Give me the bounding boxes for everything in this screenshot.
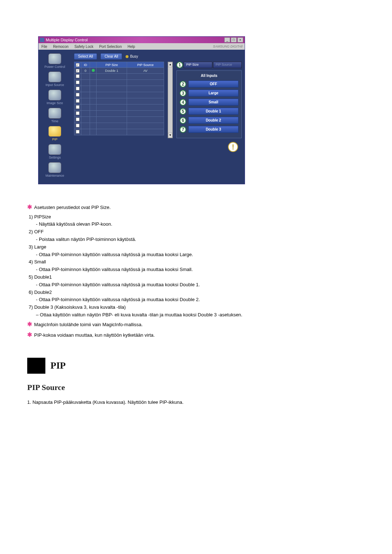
status-dot-icon bbox=[92, 69, 95, 72]
callout-badge: 2 bbox=[180, 81, 186, 87]
table-row[interactable] bbox=[74, 86, 164, 92]
input-source-icon bbox=[48, 71, 61, 82]
callout-badge-1: 1 bbox=[176, 62, 183, 68]
app-window: Multiple Display Control _ □ × File Remo… bbox=[38, 36, 245, 184]
clear-all-button[interactable]: Clear All bbox=[101, 53, 122, 59]
sidebar-item-image-size[interactable]: Image Size bbox=[40, 90, 70, 105]
row-checkbox[interactable] bbox=[76, 130, 79, 134]
settings-icon bbox=[48, 144, 61, 155]
document-text: ✱Asetusten perustiedot ovat PIP Size. 1)… bbox=[27, 202, 365, 406]
display-table: ID PIP Size PIP Source 0 Double 1 AV bbox=[74, 62, 164, 138]
close-button[interactable]: × bbox=[237, 37, 243, 42]
titlebar: Multiple Display Control _ □ × bbox=[38, 37, 245, 43]
star-icon: ✱ bbox=[27, 332, 32, 338]
row-checkbox[interactable] bbox=[76, 69, 79, 73]
scroll-track[interactable] bbox=[168, 67, 172, 133]
row-checkbox[interactable] bbox=[76, 111, 79, 115]
col-id: ID bbox=[81, 62, 90, 68]
option-off-button[interactable]: OFF bbox=[188, 81, 238, 87]
tab-pip-source[interactable]: PIP Source bbox=[213, 62, 242, 68]
time-icon bbox=[48, 108, 61, 119]
row-checkbox[interactable] bbox=[76, 93, 79, 97]
sidebar: Power Control Input Source Image Size Ti… bbox=[38, 50, 71, 184]
sidebar-item-maintenance[interactable]: Maintenance bbox=[40, 162, 70, 177]
menu-port-selection[interactable]: Port Selection bbox=[96, 45, 124, 49]
option-double3-button[interactable]: Double 3 bbox=[188, 126, 238, 133]
sidebar-item-input-source[interactable]: Input Source bbox=[40, 71, 70, 87]
main-area: Select All Clear All Busy ID PIP Size PI… bbox=[71, 50, 245, 184]
image-size-icon bbox=[48, 90, 61, 100]
tab-pip-size[interactable]: PIP Size bbox=[184, 62, 212, 68]
busy-indicator: Busy bbox=[126, 54, 138, 58]
col-pip-size: PIP Size bbox=[97, 62, 127, 68]
sidebar-item-power[interactable]: Power Control bbox=[40, 53, 70, 69]
option-small-button[interactable]: Small bbox=[188, 99, 238, 106]
table-row[interactable] bbox=[74, 129, 164, 135]
table-row[interactable] bbox=[74, 123, 164, 129]
panel-header: All Inputs bbox=[180, 74, 238, 78]
star-icon: ✱ bbox=[27, 204, 32, 210]
menubar: File Remocon Safety Lock Port Selection … bbox=[38, 43, 245, 50]
menu-help[interactable]: Help bbox=[124, 45, 138, 49]
sidebar-item-settings[interactable]: Settings bbox=[40, 144, 70, 159]
section-heading: PIP bbox=[27, 358, 365, 374]
menu-file[interactable]: File bbox=[38, 45, 50, 49]
scrollbar[interactable]: ▲ ▼ bbox=[168, 62, 173, 138]
minimize-button[interactable]: _ bbox=[224, 37, 230, 42]
header-checkbox[interactable] bbox=[76, 63, 79, 67]
table-row[interactable] bbox=[74, 104, 164, 111]
menu-safety-lock[interactable]: Safety Lock bbox=[72, 45, 96, 49]
right-panel: 1 PIP Size PIP Source All Inputs 2OFF 3L… bbox=[176, 62, 242, 138]
option-double1-button[interactable]: Double 1 bbox=[188, 108, 238, 115]
callout-badge: 6 bbox=[180, 117, 186, 124]
table-row[interactable] bbox=[74, 111, 164, 117]
scroll-up-icon[interactable]: ▲ bbox=[168, 62, 172, 67]
maximize-button[interactable]: □ bbox=[231, 37, 237, 42]
row-checkbox[interactable] bbox=[76, 74, 79, 78]
menu-remocon[interactable]: Remocon bbox=[50, 45, 72, 49]
app-title: Multiple Display Control bbox=[46, 38, 88, 42]
table-row[interactable]: 0 Double 1 AV bbox=[74, 68, 164, 74]
callout-badge: 3 bbox=[180, 90, 186, 97]
callout-badge: 4 bbox=[180, 99, 186, 106]
star-icon: ✱ bbox=[27, 321, 32, 327]
row-checkbox[interactable] bbox=[76, 118, 79, 121]
row-checkbox[interactable] bbox=[76, 99, 79, 103]
power-icon bbox=[48, 53, 61, 64]
section-title: PIP bbox=[50, 358, 66, 373]
paragraph: 1. Napsauta PIP-pääkuvaketta (Kuva kuvas… bbox=[27, 399, 365, 406]
col-status bbox=[90, 62, 97, 68]
table-row[interactable] bbox=[74, 92, 164, 98]
sidebar-item-pip[interactable]: PIP bbox=[40, 126, 70, 141]
options-panel: All Inputs 2OFF 3Large 4Small 5Double 1 … bbox=[176, 70, 242, 138]
option-double2-button[interactable]: Double 2 bbox=[188, 117, 238, 124]
section-icon bbox=[27, 358, 45, 374]
table-row[interactable] bbox=[74, 117, 164, 123]
col-pip-source: PIP Source bbox=[127, 62, 164, 68]
select-all-button[interactable]: Select All bbox=[74, 53, 97, 59]
busy-dot-icon bbox=[126, 55, 128, 58]
pip-icon bbox=[48, 126, 61, 137]
callout-badge: 5 bbox=[180, 108, 186, 115]
table-row[interactable] bbox=[74, 98, 164, 104]
scroll-down-icon[interactable]: ▼ bbox=[168, 133, 172, 138]
note1: MagicInfoin tulolähde toimii vain MagicI… bbox=[34, 322, 143, 327]
app-icon bbox=[40, 38, 44, 42]
option-large-button[interactable]: Large bbox=[188, 90, 238, 97]
row-checkbox[interactable] bbox=[76, 87, 79, 90]
row-checkbox[interactable] bbox=[76, 81, 79, 84]
sub-heading: PIP Source bbox=[27, 381, 365, 394]
row-checkbox[interactable] bbox=[76, 124, 79, 127]
warning-icon: ! bbox=[228, 142, 238, 152]
brand-label: SAMSUNG DIGITAll bbox=[213, 45, 242, 48]
row-checkbox[interactable] bbox=[76, 105, 79, 109]
sidebar-item-time[interactable]: Time bbox=[40, 108, 70, 123]
intro-text: Asetusten perustiedot ovat PIP Size. bbox=[34, 205, 111, 210]
callout-badge: 7 bbox=[180, 126, 186, 133]
maintenance-icon bbox=[48, 162, 61, 173]
table-row[interactable] bbox=[74, 80, 164, 86]
table-row[interactable] bbox=[74, 74, 164, 80]
note2: PIP-kokoa voidaan muuttaa, kun näyttöön … bbox=[34, 332, 155, 338]
